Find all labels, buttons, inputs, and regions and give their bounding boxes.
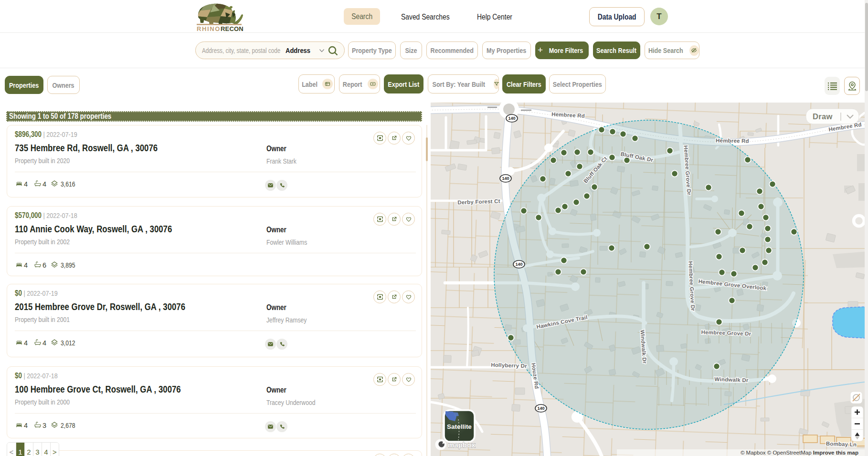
svg-text:140: 140 <box>537 406 544 411</box>
svg-text:Satellite: Satellite <box>447 423 472 430</box>
svg-text:© Mapbox © OpenStreetMap Impro: © Mapbox © OpenStreetMap Improve this ma… <box>741 450 858 456</box>
svg-text:Draw: Draw <box>813 112 833 121</box>
svg-text:RHINO: RHINO <box>197 25 221 31</box>
svg-text:140: 140 <box>502 176 509 181</box>
svg-text:Hembree Rd: Hembree Rd <box>716 137 749 144</box>
svg-text:mapbox: mapbox <box>448 441 476 449</box>
svg-text:Windwalk Dr: Windwalk Dr <box>714 376 749 383</box>
svg-text:140: 140 <box>508 116 515 121</box>
svg-text:Bombay Ln: Bombay Ln <box>826 441 857 447</box>
svg-text:140: 140 <box>515 262 522 267</box>
svg-text:RECON: RECON <box>221 25 243 31</box>
